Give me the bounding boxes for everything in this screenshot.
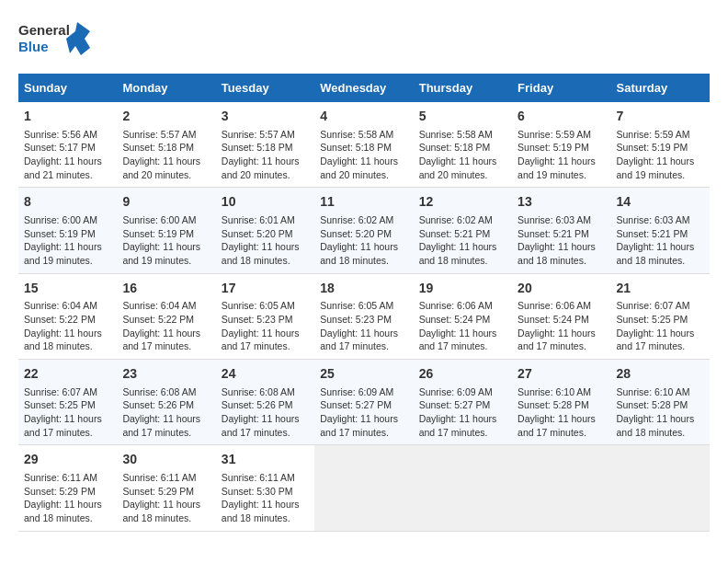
day-cell: 17Sunrise: 6:05 AM Sunset: 5:23 PM Dayli… bbox=[216, 273, 314, 359]
day-cell: 30Sunrise: 6:11 AM Sunset: 5:29 PM Dayli… bbox=[117, 445, 215, 531]
day-number: 2 bbox=[122, 108, 210, 126]
day-number: 31 bbox=[222, 451, 309, 469]
day-cell: 28Sunrise: 6:10 AM Sunset: 5:28 PM Dayli… bbox=[611, 360, 710, 445]
col-header-thursday: Thursday bbox=[414, 74, 512, 102]
col-header-sunday: Sunday bbox=[18, 74, 117, 102]
col-header-saturday: Saturday bbox=[611, 74, 710, 102]
day-number: 18 bbox=[320, 280, 407, 298]
calendar-table: SundayMondayTuesdayWednesdayThursdayFrid… bbox=[18, 74, 710, 532]
day-number: 11 bbox=[320, 193, 407, 212]
day-cell: 24Sunrise: 6:08 AM Sunset: 5:26 PM Dayli… bbox=[216, 360, 314, 445]
day-info: Sunrise: 6:05 AM Sunset: 5:23 PM Dayligh… bbox=[320, 299, 407, 353]
day-number: 28 bbox=[617, 365, 704, 384]
day-cell: 10Sunrise: 6:01 AM Sunset: 5:20 PM Dayli… bbox=[216, 188, 314, 273]
day-cell: 7Sunrise: 5:59 AM Sunset: 5:19 PM Daylig… bbox=[611, 102, 710, 188]
page-header: GeneralBlue bbox=[18, 18, 710, 59]
day-cell: 26Sunrise: 6:09 AM Sunset: 5:27 PM Dayli… bbox=[414, 360, 512, 445]
day-number: 17 bbox=[222, 280, 309, 298]
day-number: 30 bbox=[122, 451, 210, 469]
day-info: Sunrise: 5:58 AM Sunset: 5:18 PM Dayligh… bbox=[320, 128, 407, 182]
svg-text:General: General bbox=[18, 22, 70, 38]
day-info: Sunrise: 6:04 AM Sunset: 5:22 PM Dayligh… bbox=[24, 299, 111, 353]
day-info: Sunrise: 6:09 AM Sunset: 5:27 PM Dayligh… bbox=[419, 385, 506, 440]
day-info: Sunrise: 5:58 AM Sunset: 5:18 PM Dayligh… bbox=[419, 128, 506, 182]
day-number: 22 bbox=[24, 365, 111, 384]
day-cell: 25Sunrise: 6:09 AM Sunset: 5:27 PM Dayli… bbox=[314, 360, 413, 445]
day-number: 9 bbox=[122, 193, 210, 212]
day-number: 15 bbox=[24, 280, 111, 298]
day-number: 13 bbox=[518, 193, 605, 212]
week-row-3: 15Sunrise: 6:04 AM Sunset: 5:22 PM Dayli… bbox=[18, 273, 710, 359]
day-info: Sunrise: 6:05 AM Sunset: 5:23 PM Dayligh… bbox=[222, 299, 309, 353]
day-number: 14 bbox=[617, 193, 704, 212]
svg-marker-2 bbox=[66, 22, 90, 55]
day-info: Sunrise: 6:11 AM Sunset: 5:29 PM Dayligh… bbox=[24, 471, 111, 525]
day-info: Sunrise: 6:06 AM Sunset: 5:24 PM Dayligh… bbox=[518, 299, 605, 353]
day-number: 24 bbox=[222, 365, 309, 384]
day-number: 12 bbox=[419, 193, 506, 212]
day-info: Sunrise: 6:10 AM Sunset: 5:28 PM Dayligh… bbox=[617, 385, 704, 440]
day-cell: 19Sunrise: 6:06 AM Sunset: 5:24 PM Dayli… bbox=[414, 273, 512, 359]
day-info: Sunrise: 6:02 AM Sunset: 5:21 PM Dayligh… bbox=[419, 213, 506, 268]
calendar-header: SundayMondayTuesdayWednesdayThursdayFrid… bbox=[18, 74, 710, 102]
day-cell: 13Sunrise: 6:03 AM Sunset: 5:21 PM Dayli… bbox=[512, 188, 610, 273]
day-number: 6 bbox=[518, 108, 605, 126]
day-cell: 8Sunrise: 6:00 AM Sunset: 5:19 PM Daylig… bbox=[18, 188, 117, 273]
day-info: Sunrise: 5:57 AM Sunset: 5:18 PM Dayligh… bbox=[122, 128, 210, 182]
day-cell: 20Sunrise: 6:06 AM Sunset: 5:24 PM Dayli… bbox=[512, 273, 610, 359]
day-number: 8 bbox=[24, 193, 111, 212]
day-cell: 29Sunrise: 6:11 AM Sunset: 5:29 PM Dayli… bbox=[18, 445, 117, 531]
day-info: Sunrise: 6:03 AM Sunset: 5:21 PM Dayligh… bbox=[617, 213, 704, 268]
day-number: 27 bbox=[518, 365, 605, 384]
day-info: Sunrise: 6:11 AM Sunset: 5:30 PM Dayligh… bbox=[222, 471, 309, 525]
day-info: Sunrise: 5:56 AM Sunset: 5:17 PM Dayligh… bbox=[24, 128, 111, 182]
day-number: 21 bbox=[617, 280, 704, 298]
day-cell: 3Sunrise: 5:57 AM Sunset: 5:18 PM Daylig… bbox=[216, 102, 314, 188]
day-info: Sunrise: 5:59 AM Sunset: 5:19 PM Dayligh… bbox=[617, 128, 704, 182]
logo: GeneralBlue bbox=[18, 18, 92, 59]
week-row-1: 1Sunrise: 5:56 AM Sunset: 5:17 PM Daylig… bbox=[18, 102, 710, 188]
day-number: 16 bbox=[122, 280, 210, 298]
col-header-wednesday: Wednesday bbox=[314, 74, 413, 102]
day-info: Sunrise: 6:00 AM Sunset: 5:19 PM Dayligh… bbox=[24, 213, 111, 268]
day-cell: 15Sunrise: 6:04 AM Sunset: 5:22 PM Dayli… bbox=[18, 273, 117, 359]
day-cell: 14Sunrise: 6:03 AM Sunset: 5:21 PM Dayli… bbox=[611, 188, 710, 273]
day-number: 25 bbox=[320, 365, 407, 384]
day-info: Sunrise: 5:59 AM Sunset: 5:19 PM Dayligh… bbox=[518, 128, 605, 182]
day-number: 20 bbox=[518, 280, 605, 298]
day-cell: 4Sunrise: 5:58 AM Sunset: 5:18 PM Daylig… bbox=[314, 102, 413, 188]
day-info: Sunrise: 6:07 AM Sunset: 5:25 PM Dayligh… bbox=[24, 385, 111, 440]
col-header-friday: Friday bbox=[512, 74, 610, 102]
col-header-monday: Monday bbox=[117, 74, 215, 102]
day-number: 3 bbox=[222, 108, 309, 126]
day-cell: 11Sunrise: 6:02 AM Sunset: 5:20 PM Dayli… bbox=[314, 188, 413, 273]
day-cell: 31Sunrise: 6:11 AM Sunset: 5:30 PM Dayli… bbox=[216, 445, 314, 531]
day-info: Sunrise: 6:11 AM Sunset: 5:29 PM Dayligh… bbox=[122, 471, 210, 525]
week-row-2: 8Sunrise: 6:00 AM Sunset: 5:19 PM Daylig… bbox=[18, 188, 710, 273]
day-number: 1 bbox=[24, 108, 111, 126]
col-header-tuesday: Tuesday bbox=[216, 74, 314, 102]
day-info: Sunrise: 6:06 AM Sunset: 5:24 PM Dayligh… bbox=[419, 299, 506, 353]
day-cell: 2Sunrise: 5:57 AM Sunset: 5:18 PM Daylig… bbox=[117, 102, 215, 188]
day-cell: 21Sunrise: 6:07 AM Sunset: 5:25 PM Dayli… bbox=[611, 273, 710, 359]
day-cell: 6Sunrise: 5:59 AM Sunset: 5:19 PM Daylig… bbox=[512, 102, 610, 188]
day-cell: 23Sunrise: 6:08 AM Sunset: 5:26 PM Dayli… bbox=[117, 360, 215, 445]
day-number: 29 bbox=[24, 451, 111, 469]
day-info: Sunrise: 6:07 AM Sunset: 5:25 PM Dayligh… bbox=[617, 299, 704, 353]
day-info: Sunrise: 6:02 AM Sunset: 5:20 PM Dayligh… bbox=[320, 213, 407, 268]
week-row-4: 22Sunrise: 6:07 AM Sunset: 5:25 PM Dayli… bbox=[18, 360, 710, 445]
day-number: 7 bbox=[617, 108, 704, 126]
day-cell: 9Sunrise: 6:00 AM Sunset: 5:19 PM Daylig… bbox=[117, 188, 215, 273]
day-cell: 1Sunrise: 5:56 AM Sunset: 5:17 PM Daylig… bbox=[18, 102, 117, 188]
day-number: 5 bbox=[419, 108, 506, 126]
day-number: 23 bbox=[122, 365, 210, 384]
day-number: 26 bbox=[419, 365, 506, 384]
day-info: Sunrise: 6:00 AM Sunset: 5:19 PM Dayligh… bbox=[122, 213, 210, 268]
day-info: Sunrise: 6:01 AM Sunset: 5:20 PM Dayligh… bbox=[222, 213, 309, 268]
day-cell: 16Sunrise: 6:04 AM Sunset: 5:22 PM Dayli… bbox=[117, 273, 215, 359]
day-cell: 22Sunrise: 6:07 AM Sunset: 5:25 PM Dayli… bbox=[18, 360, 117, 445]
day-cell bbox=[611, 445, 710, 531]
day-cell: 27Sunrise: 6:10 AM Sunset: 5:28 PM Dayli… bbox=[512, 360, 610, 445]
logo-svg: GeneralBlue bbox=[18, 18, 92, 59]
day-number: 10 bbox=[222, 193, 309, 212]
